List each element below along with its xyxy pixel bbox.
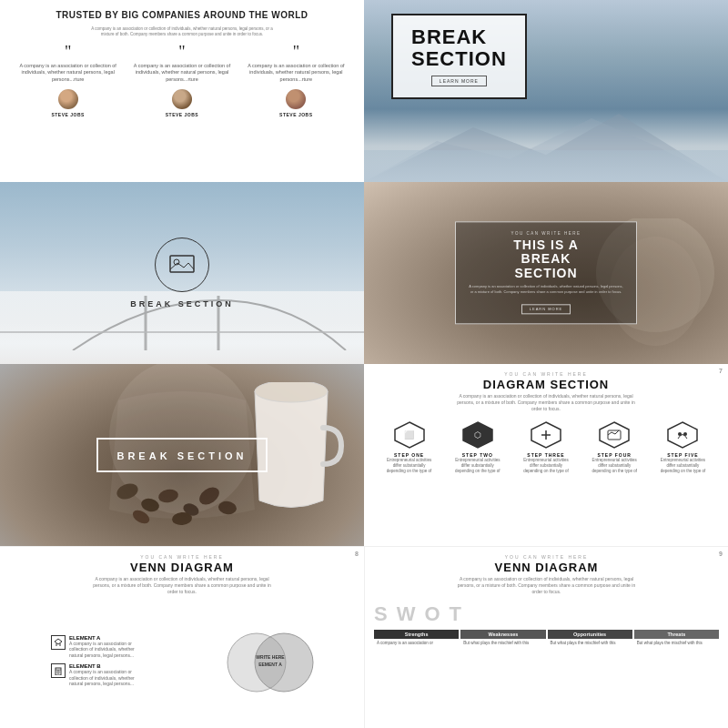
quote-icon-2: " [178,44,185,60]
break-circle-container: BREAK SECTION [130,238,234,308]
testimonial-2-text: A company is an association or collectio… [127,63,236,84]
hex-2-shape: ⬡ [462,421,493,449]
svg-point-18 [255,382,328,402]
venn-container: ELEMENT A A company is an association or… [11,601,353,721]
quote-icon-1: " [65,44,71,60]
swot-letter-o: O [424,602,441,626]
step-5-desc: Entrepreneurial activities differ substa… [660,458,705,474]
swot-header-strengths: Strengths [374,630,459,639]
venn-left-desc: A company is an association or collectio… [91,576,273,595]
svg-point-27 [678,432,682,436]
water-reflection [364,150,728,182]
venn-small-label: YOU CAN WRITE HERE [11,554,353,560]
svg-point-28 [683,432,687,436]
svg-rect-25 [608,430,621,440]
swot-content-strengths: A company is an association or [374,639,459,648]
mountain-break-cell: BREAKSECTION LEARN MORE [364,0,728,182]
bridge-break-cell: BREAK SECTION [0,182,364,364]
break-section-box: BREAKSECTION LEARN MORE [391,14,527,99]
swot-header-threats: Threats [634,630,719,639]
testimonial-3-text: A company is an association or collectio… [242,63,350,84]
graduation-icon [54,638,63,647]
testimonial-1-name: STEVE JOBS [51,112,84,117]
break-section-title: BREAKSECTION [411,26,507,70]
page-number-8: 9 [719,551,723,557]
dark-break-title: THIS IS ABREAKSECTION [469,238,623,280]
avatar-1 [58,89,78,109]
hexagons-container: ⬜ STEP ONE Entrepreneurial activities di… [375,421,717,474]
swot-title: VENN DIAGRAM [374,561,719,574]
element-a-desc: A company is an association or collectio… [69,641,142,659]
element-a-icon [51,635,66,650]
dark-break-desc: A company is an association or collectio… [469,284,623,294]
hex-3-svg [531,421,561,449]
diagram-section-cell: 7 YOU CAN WRITE HERE DIAGRAM SECTION A c… [364,364,728,546]
coffee-beans-break-cell: BREAK SECTION [0,364,364,546]
swot-table: Strengths A company is an association or… [374,630,719,721]
step-4-desc: Entrepreneurial activities differ substa… [592,458,637,474]
step-1-desc: Entrepreneurial activities differ substa… [387,458,432,474]
hex-1-shape: ⬜ [394,421,425,449]
svg-rect-5 [170,256,194,272]
building-icon [54,666,63,675]
swot-desc: A company is an association or collectio… [456,576,638,595]
diagram-title: DIAGRAM SECTION [375,378,717,391]
svg-text:WRITE HERE: WRITE HERE [256,654,285,660]
learn-more-button[interactable]: LEARN MORE [431,76,487,86]
step-3: STEP THREE Entrepreneurial activities di… [511,421,580,474]
hex-2-icon: ⬡ [474,430,481,440]
hex-5-shape [667,421,698,449]
image-frame-icon [169,255,195,275]
element-b-text: ELEMENT B A company is an association or… [69,663,142,687]
swot-cell: 9 YOU CAN WRITE HERE VENN DIAGRAM A comp… [364,546,728,728]
step-2-desc: Entrepreneurial activities differ substa… [455,458,500,474]
element-b-icon [51,663,66,678]
element-b-item: ELEMENT B A company is an association or… [51,663,142,687]
cell1-title: TRUSTED BY BIG COMPANIES AROUND THE WORL… [56,9,308,21]
cell1-subtitle: A company is an association or collectio… [91,26,273,38]
hex-5-svg [667,421,698,449]
testimonials-cell: TRUSTED BY BIG COMPANIES AROUND THE WORL… [0,0,364,182]
svg-rect-33 [57,671,59,673]
swot-letter-s: S [374,602,389,626]
coffee-dark-break-cell: YOU CAN WRITE HERE THIS IS ABREAKSECTION… [364,182,728,364]
svg-marker-29 [55,639,62,644]
venn-left-cell: 8 YOU CAN WRITE HERE VENN DIAGRAM A comp… [0,546,364,728]
testimonial-2: " A company is an association or collect… [127,44,236,117]
step-1: ⬜ STEP ONE Entrepreneurial activities di… [375,421,443,474]
swot-letters: S W O T [374,602,719,626]
testimonials-list: " A company is an association or collect… [14,44,350,117]
swot-content-opportunities: But what plays the mischief with this [548,639,632,648]
diagram-small-label: YOU CAN WRITE HERE [375,371,717,377]
venn-left-title: VENN DIAGRAM [11,561,353,574]
venn-diagram-svg: WRITE HERE EEMENT A [222,624,322,702]
testimonial-3-name: STEVE JOBS [279,112,312,117]
beans-break-title: BREAK SECTION [116,450,247,461]
svg-marker-24 [600,422,629,448]
hex-3-shape [531,421,561,449]
svg-rect-32 [56,668,61,675]
circle-icon [155,238,209,292]
page-number-7: 8 [355,551,359,557]
hex-4-svg [599,421,630,449]
swot-letter-t: T [450,602,463,626]
quote-icon-3: " [293,44,299,60]
swot-header-opportunities: Opportunities [548,630,632,639]
step-3-desc: Entrepreneurial activities differ substa… [523,458,569,474]
testimonial-3: " A company is an association or collect… [242,44,350,117]
dark-break-box: YOU CAN WRITE HERE THIS IS ABREAKSECTION… [455,221,637,324]
testimonial-1-text: A company is an association or collectio… [14,63,122,84]
step-4: STEP FOUR Entrepreneurial activities dif… [581,421,649,474]
break-section-label: BREAK SECTION [130,299,234,308]
testimonial-1: " A company is an association or collect… [14,44,122,117]
element-a-item: ELEMENT A A company is an association or… [51,635,142,659]
dark-small-label: YOU CAN WRITE HERE [469,231,623,236]
swot-content-threats: But what plays the mischief with this [634,639,719,648]
dark-learn-more-button[interactable]: LEARN MORE [521,305,571,315]
diagram-description: A company is an association or collectio… [455,393,637,412]
page-number-6: 7 [719,368,723,374]
step-2: ⬡ STEP TWO Entrepreneurial activities di… [443,421,511,474]
avatar-3 [286,89,306,109]
element-a-text: ELEMENT A A company is an association or… [69,635,142,659]
swot-small-label: YOU CAN WRITE HERE [374,554,719,560]
